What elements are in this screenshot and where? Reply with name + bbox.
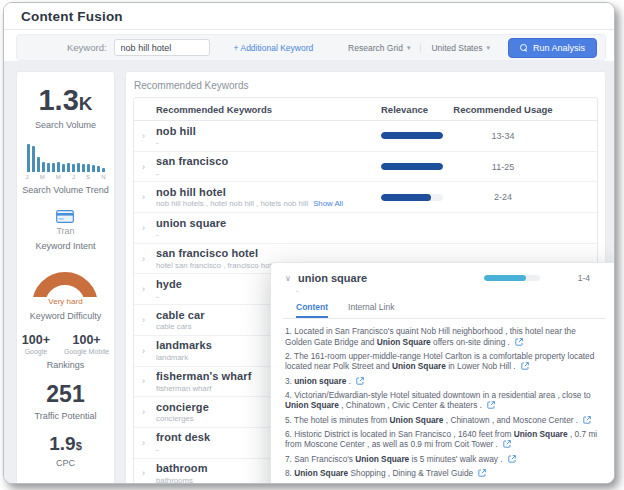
chevron-right-icon[interactable]: › xyxy=(142,315,156,325)
chevron-right-icon[interactable]: › xyxy=(142,376,156,386)
keyword-variants: - xyxy=(156,445,159,454)
keyword-variants: bathrooms xyxy=(156,476,193,484)
trend-label: Search Volume Trend xyxy=(22,185,109,195)
keyword-variants: - xyxy=(156,169,159,178)
tab-content[interactable]: Content xyxy=(296,302,328,318)
external-link-icon[interactable] xyxy=(515,338,523,346)
header-relevance: Relevance xyxy=(381,104,447,115)
metrics-sidebar: 1.3K Search Volume JMMJSN Search Volume … xyxy=(16,71,115,484)
keyword-variants: - xyxy=(156,138,159,147)
table-row[interactable]: › nob hill - 13-34 xyxy=(134,121,597,152)
chevron-right-icon[interactable]: › xyxy=(142,223,156,233)
chevron-right-icon[interactable]: › xyxy=(142,346,156,356)
usage-value: 11-25 xyxy=(447,162,597,172)
rankings-metric: 100+ Google 100+ Google Mobile Rankings xyxy=(22,333,109,370)
external-link-icon[interactable] xyxy=(583,416,591,424)
intent-value: Tran xyxy=(56,226,74,236)
keyword-label: Keyword: xyxy=(67,42,107,53)
search-volume-label: Search Volume xyxy=(35,120,96,130)
chevron-right-icon[interactable]: › xyxy=(142,131,156,141)
research-grid-label: Research Grid xyxy=(348,43,403,53)
chevron-right-icon[interactable]: › xyxy=(142,438,156,448)
credit-card-icon xyxy=(56,210,74,223)
chevron-right-icon[interactable]: › xyxy=(142,407,156,417)
mobile-rankings-value: 100+ xyxy=(64,333,109,347)
intent-label: Keyword Intent xyxy=(35,241,95,251)
external-link-icon[interactable] xyxy=(478,469,486,477)
keyword-variants: landmark xyxy=(156,353,188,362)
panel-title: Recommended Keywords xyxy=(134,80,598,91)
keyword-label[interactable]: san francisco hotel xyxy=(156,247,381,259)
header-keywords: Recommended Keywords xyxy=(156,104,381,115)
external-link-icon[interactable] xyxy=(521,362,529,370)
popup-keyword-variants: - xyxy=(296,286,606,295)
chevron-right-icon[interactable]: › xyxy=(142,284,156,294)
content-snippet: 3. union square . xyxy=(285,376,604,387)
keyword-difficulty-metric: Very hard Keyword Difficulty xyxy=(30,264,101,321)
content-snippet: 1. Located in San Francisco's quaint Nob… xyxy=(285,326,604,347)
research-grid-dropdown[interactable]: Research Grid ▾ xyxy=(338,43,420,53)
trend-month-labels: JMMJSN xyxy=(26,174,106,180)
content-snippet: 7. San Francisco's Union Square is 5 min… xyxy=(285,454,604,465)
country-label: United States xyxy=(431,43,482,53)
tab-internal-link[interactable]: Internal Link xyxy=(348,302,394,318)
search-volume-trend-chart: JMMJSN Search Volume Trend xyxy=(22,144,109,195)
caret-down-icon: ▾ xyxy=(486,44,490,52)
keyword-variants: fisherman wharf xyxy=(156,384,211,393)
chevron-right-icon[interactable]: › xyxy=(142,192,156,202)
relevance-bar xyxy=(381,163,443,170)
keyword-input[interactable] xyxy=(114,39,210,56)
external-link-icon[interactable] xyxy=(356,377,364,385)
traffic-potential-label: Traffic Potential xyxy=(34,411,96,421)
keyword-detail-popup: ∨ union square 1-4 - Content Internal Li… xyxy=(270,262,615,484)
search-icon xyxy=(520,44,528,52)
keyword-toolbar: Keyword: + Additional Keyword Research G… xyxy=(16,34,606,61)
external-link-icon[interactable] xyxy=(487,401,495,409)
run-analysis-button[interactable]: Run Analysis xyxy=(508,38,597,58)
traffic-potential-value: 251 xyxy=(46,383,84,406)
keyword-variants: cable cars xyxy=(156,322,192,331)
external-link-icon[interactable] xyxy=(508,455,516,463)
popup-tabs: Content Internal Link xyxy=(283,302,606,319)
table-row[interactable]: › union square - xyxy=(134,213,597,244)
usage-value: 2-24 xyxy=(447,192,597,202)
country-dropdown[interactable]: United States ▾ xyxy=(420,43,500,53)
popup-usage-value: 1-4 xyxy=(578,273,590,283)
content-snippet: 6. Historic District is located in San F… xyxy=(285,429,604,450)
usage-value: 13-34 xyxy=(447,131,597,141)
table-row[interactable]: › san francisco - 11-25 xyxy=(134,152,597,183)
app-header: Content Fusion xyxy=(4,3,614,30)
keyword-label[interactable]: union square xyxy=(156,217,381,229)
external-link-icon[interactable] xyxy=(503,440,511,448)
caret-down-icon: ▾ xyxy=(407,44,411,52)
google-rankings-label: Google xyxy=(22,348,50,355)
search-volume-metric: 1.3K Search Volume xyxy=(35,86,96,130)
cpc-metric: 1.9$ CPC xyxy=(49,434,82,468)
rankings-label: Rankings xyxy=(47,360,85,370)
relevance-bar xyxy=(381,194,443,201)
keyword-label[interactable]: san francisco xyxy=(156,155,381,167)
relevance-bar xyxy=(381,132,443,139)
content-snippet: 5. The hotel is minutes from Union Squar… xyxy=(285,415,604,426)
chevron-right-icon[interactable]: › xyxy=(142,254,156,264)
table-row[interactable]: › nob hill hotel nob hill hotels , hotel… xyxy=(134,182,597,213)
chevron-right-icon[interactable]: › xyxy=(142,162,156,172)
page-title: Content Fusion xyxy=(21,9,123,24)
chevron-down-icon[interactable]: ∨ xyxy=(285,274,298,283)
mobile-rankings-label: Google Mobile xyxy=(64,348,109,355)
keyword-variants: nob hill hotels , hotel nob hill , hotel… xyxy=(156,199,308,208)
difficulty-value: Very hard xyxy=(32,297,98,306)
additional-keyword-link[interactable]: + Additional Keyword xyxy=(234,43,314,53)
popup-header: ∨ union square 1-4 xyxy=(283,272,606,284)
chevron-right-icon[interactable]: › xyxy=(142,468,156,478)
content-area: 1.3K Search Volume JMMJSN Search Volume … xyxy=(4,61,614,484)
content-snippet: 4. Victorian/Edwardian-style Hotel situa… xyxy=(285,390,604,411)
keyword-variants: - xyxy=(156,230,159,239)
keyword-label[interactable]: nob hill xyxy=(156,125,381,137)
run-analysis-label: Run Analysis xyxy=(533,43,585,53)
keyword-label[interactable]: nob hill hotel xyxy=(156,186,381,198)
popup-keyword[interactable]: union square xyxy=(298,272,367,284)
app-window: Content Fusion Keyword: + Additional Key… xyxy=(3,2,615,484)
content-snippet: 2. The 161-room upper-middle-range Hotel… xyxy=(285,351,604,372)
show-all-link[interactable]: Show All xyxy=(313,199,343,208)
